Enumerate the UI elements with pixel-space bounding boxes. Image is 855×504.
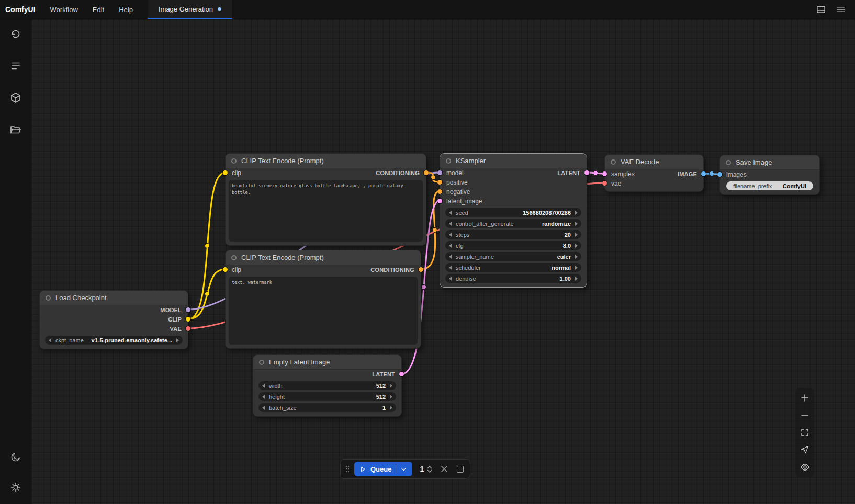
- queue-button[interactable]: Queue: [354, 462, 412, 476]
- decrement-arrow-icon[interactable]: [449, 211, 452, 215]
- widget-width[interactable]: width 512: [258, 381, 396, 390]
- model-library-icon[interactable]: [9, 91, 22, 104]
- collapse-dot-icon[interactable]: [446, 158, 451, 164]
- node-save-image[interactable]: Save Image images filename_prefix ComfyU…: [719, 155, 820, 195]
- input-slot-clip[interactable]: [223, 267, 228, 272]
- widget-control-after-generate[interactable]: control_after_generate randomize: [445, 219, 581, 228]
- widget-seed[interactable]: seed 156680208700286: [445, 208, 581, 217]
- increment-arrow-icon[interactable]: [390, 395, 392, 399]
- drag-handle-icon[interactable]: [345, 465, 350, 473]
- increment-arrow-icon[interactable]: [575, 244, 578, 248]
- decrement-arrow-icon[interactable]: [262, 406, 265, 410]
- toggle-link-visibility-eye-icon[interactable]: [797, 460, 812, 474]
- increment-arrow-icon[interactable]: [575, 222, 578, 226]
- output-slot-conditioning[interactable]: [419, 267, 423, 272]
- widget-scheduler[interactable]: scheduler normal: [445, 263, 581, 272]
- bottom-panel-toggle-icon[interactable]: [815, 4, 827, 15]
- collapse-dot-icon[interactable]: [611, 159, 616, 165]
- input-slot-samples[interactable]: [602, 171, 607, 176]
- output-slot-latent[interactable]: [399, 372, 404, 376]
- input-slot-images[interactable]: [717, 172, 722, 177]
- node-clip-text-encode-positive[interactable]: CLIP Text Encode (Prompt) clip CONDITION…: [225, 153, 426, 246]
- stepper-down-icon[interactable]: [427, 469, 432, 473]
- chevron-down-icon[interactable]: [400, 466, 407, 473]
- widget-sampler-name[interactable]: sampler_name euler: [445, 252, 581, 261]
- prompt-textarea[interactable]: beautiful scenery nature glass bottle la…: [229, 180, 423, 242]
- increment-arrow-icon[interactable]: [575, 266, 578, 270]
- decrement-arrow-icon[interactable]: [49, 338, 51, 342]
- zoom-out-icon[interactable]: [797, 408, 812, 422]
- node-clip-text-encode-negative[interactable]: CLIP Text Encode (Prompt) clip CONDITION…: [225, 250, 421, 349]
- node-title-bar[interactable]: Save Image: [720, 155, 819, 170]
- increment-arrow-icon[interactable]: [390, 384, 392, 388]
- node-empty-latent-image[interactable]: Empty Latent Image LATENT width 512 heig…: [253, 354, 402, 417]
- widget-height[interactable]: height 512: [258, 392, 396, 401]
- widget-ckpt-name[interactable]: ckpt_name v1-5-pruned-emaonly.safete...: [45, 336, 183, 345]
- stepper-up-icon[interactable]: [427, 465, 432, 469]
- increment-arrow-icon[interactable]: [575, 211, 578, 215]
- widget-denoise[interactable]: denoise 1.00: [445, 274, 581, 283]
- batch-count-value[interactable]: 1: [419, 465, 425, 473]
- settings-gear-icon[interactable]: [9, 481, 22, 494]
- prompt-textarea[interactable]: text, watermark: [229, 277, 418, 345]
- output-slot-image[interactable]: [701, 171, 706, 176]
- decrement-arrow-icon[interactable]: [449, 255, 452, 259]
- input-slot-model[interactable]: [437, 170, 442, 175]
- decrement-arrow-icon[interactable]: [449, 233, 452, 237]
- increment-arrow-icon[interactable]: [390, 406, 392, 410]
- input-slot-positive[interactable]: [437, 180, 442, 185]
- increment-arrow-icon[interactable]: [575, 255, 578, 259]
- clear-queue-x-icon[interactable]: [438, 463, 450, 475]
- hamburger-menu-icon[interactable]: [835, 4, 847, 15]
- node-title-bar[interactable]: VAE Decode: [605, 155, 703, 169]
- widget-steps[interactable]: steps 20: [445, 230, 581, 239]
- output-slot-model[interactable]: [186, 307, 190, 312]
- menu-edit[interactable]: Edit: [85, 0, 111, 19]
- increment-arrow-icon[interactable]: [176, 338, 179, 342]
- decrement-arrow-icon[interactable]: [449, 244, 452, 248]
- node-graph-canvas[interactable]: Load Checkpoint MODEL CLIP VAE ckpt_name…: [31, 19, 855, 504]
- collapse-dot-icon[interactable]: [231, 158, 237, 164]
- collapse-dot-icon[interactable]: [46, 295, 51, 301]
- widget-filename-prefix[interactable]: filename_prefix ComfyUI: [726, 181, 813, 190]
- collapse-dot-icon[interactable]: [231, 255, 237, 260]
- decrement-arrow-icon[interactable]: [262, 395, 265, 399]
- decrement-arrow-icon[interactable]: [449, 266, 452, 270]
- tab-image-generation[interactable]: Image Generation: [148, 0, 232, 19]
- widget-batch-size[interactable]: batch_size 1: [258, 403, 396, 412]
- decrement-arrow-icon[interactable]: [262, 384, 265, 388]
- node-title-bar[interactable]: KSampler: [440, 154, 587, 168]
- widget-cfg[interactable]: cfg 8.0: [445, 241, 581, 250]
- history-icon[interactable]: [9, 28, 22, 40]
- decrement-arrow-icon[interactable]: [449, 222, 452, 226]
- input-slot-latent-image[interactable]: [437, 199, 442, 203]
- node-vae-decode[interactable]: VAE Decode samples IMAGE vae: [604, 154, 704, 192]
- node-title-bar[interactable]: CLIP Text Encode (Prompt): [226, 250, 421, 265]
- decrement-arrow-icon[interactable]: [449, 277, 452, 281]
- input-slot-clip[interactable]: [223, 170, 228, 175]
- queue-list-icon[interactable]: [9, 60, 22, 72]
- input-slot-negative[interactable]: [437, 189, 442, 194]
- collapse-dot-icon[interactable]: [726, 160, 731, 165]
- zoom-in-icon[interactable]: [797, 391, 812, 405]
- node-title-bar[interactable]: Empty Latent Image: [253, 355, 401, 370]
- input-slot-vae[interactable]: [602, 181, 607, 186]
- menu-help[interactable]: Help: [111, 0, 140, 19]
- workflows-folder-icon[interactable]: [9, 123, 22, 136]
- node-title-bar[interactable]: Load Checkpoint: [40, 291, 188, 305]
- stop-icon[interactable]: [454, 463, 466, 475]
- batch-count-stepper[interactable]: 1: [417, 465, 434, 473]
- increment-arrow-icon[interactable]: [575, 233, 578, 237]
- collapse-dot-icon[interactable]: [259, 360, 264, 365]
- output-slot-clip[interactable]: [186, 317, 190, 322]
- output-slot-vae[interactable]: [186, 326, 190, 331]
- output-slot-latent[interactable]: [584, 170, 589, 175]
- node-load-checkpoint[interactable]: Load Checkpoint MODEL CLIP VAE ckpt_name…: [39, 290, 188, 349]
- node-ksampler[interactable]: KSampler model LATENT positive negative …: [440, 153, 587, 288]
- output-slot-conditioning[interactable]: [424, 170, 429, 175]
- theme-moon-icon[interactable]: [9, 451, 22, 463]
- fit-view-icon[interactable]: [797, 425, 812, 440]
- menu-workflow[interactable]: Workflow: [43, 0, 85, 19]
- pan-arrow-icon[interactable]: [797, 442, 812, 457]
- increment-arrow-icon[interactable]: [575, 277, 578, 281]
